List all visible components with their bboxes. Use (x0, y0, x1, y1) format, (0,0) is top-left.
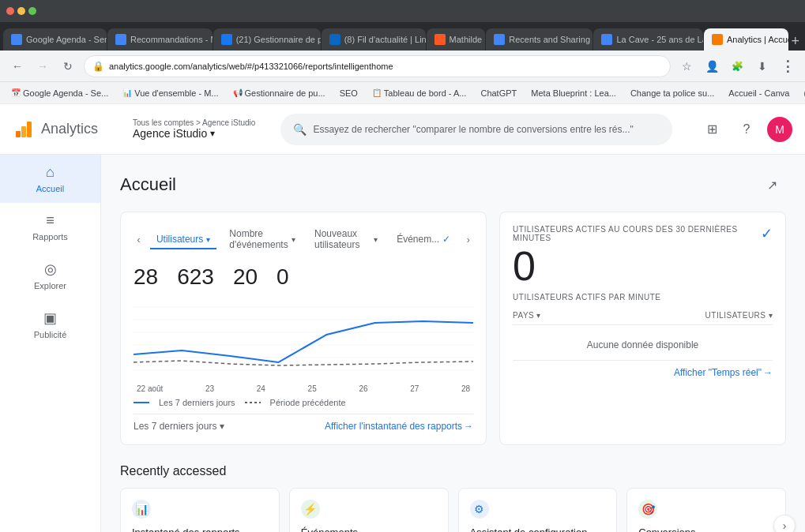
tab-favicon-2 (221, 34, 232, 45)
help-button[interactable]: ? (732, 115, 761, 144)
date-picker-label: Les 7 derniers jours (134, 421, 216, 432)
realtime-count: 0 (513, 245, 761, 287)
svg-rect-1 (21, 126, 26, 137)
extensions-button[interactable]: 🧩 (728, 57, 747, 76)
bookmark-5[interactable]: ChatGPT (476, 87, 521, 99)
recently-card-1[interactable]: ⚡ Événements Il y a 5 jours (289, 488, 449, 532)
recently-accessed-title: Recently accessed (120, 464, 786, 478)
realtime-sub-label: UTILISATEURS ACTIFS PAR MINUTE (513, 293, 773, 302)
sidebar-item-accueil[interactable]: ⌂ Accueil (0, 155, 100, 203)
account-name-button[interactable]: Agence iStudio ▾ (133, 127, 255, 140)
new-tab-button[interactable]: + (789, 32, 803, 51)
metrics-prev-button[interactable]: ‹ (134, 232, 144, 248)
bookmark-2[interactable]: 📢 Gestionnaire de pu... (228, 87, 330, 99)
url-bar[interactable]: 🔒 analytics.google.com/analytics/web/#/p… (84, 55, 671, 77)
bookmark-7[interactable]: Change ta police su... (626, 87, 719, 99)
browser-chrome (0, 0, 805, 22)
bookmark-1[interactable]: 📊 Vue d'ensemble - M... (118, 87, 223, 99)
tab-1[interactable]: Recommandations - Ma... × (107, 28, 213, 51)
reload-button[interactable]: ↻ (58, 57, 77, 76)
page-header: Accueil ↗ (120, 170, 786, 199)
sidebar-item-accueil-label: Accueil (36, 184, 64, 193)
analytics-logo (13, 118, 35, 140)
app-container: ⌂ Accueil ≡ Rapports ◎ Explorer ▣ Public… (0, 155, 805, 532)
view-realtime-label: Afficher "Temps réel" (674, 367, 762, 378)
tab-favicon-3 (329, 34, 340, 45)
close-window-btn[interactable] (6, 7, 14, 15)
metric-value-0: 28 (134, 264, 158, 290)
tab-5[interactable]: Recents and Sharing – F... × (486, 28, 592, 51)
apps-button[interactable]: ⊞ (698, 115, 726, 144)
x-label-6: 28 (461, 384, 470, 393)
realtime-label: UTILISATEURS ACTIFS AU COURS DES 30 DERN… (513, 225, 761, 242)
customize-button[interactable]: ↗ (758, 170, 786, 199)
bookmark-button[interactable]: ☆ (677, 57, 696, 76)
date-picker-button[interactable]: Les 7 derniers jours ▾ (134, 421, 224, 432)
realtime-users-header: UTILISATEURS ▾ (705, 311, 773, 320)
metric-tab-evenem-label: Événem... (397, 234, 439, 245)
bookmark-9[interactable]: (8) Fil d'actualité | L... (799, 87, 805, 99)
date-picker-chevron: ▾ (220, 421, 224, 432)
recently-card-3[interactable]: 🎯 Conversions Il y a 6 jours (626, 488, 786, 532)
view-realtime-link[interactable]: Afficher "Temps réel" → (674, 367, 773, 378)
metric-tab-evenements[interactable]: Nombre d'événements ▾ (223, 225, 302, 255)
tab-favicon-1 (115, 34, 126, 45)
country-sort-icon: ▾ (536, 311, 541, 320)
sidebar-item-publicite[interactable]: ▣ Publicité (0, 300, 100, 349)
sidebar-item-rapports[interactable]: ≡ Rapports (0, 203, 100, 251)
bookmark-0[interactable]: 📅 Google Agenda - Se... (6, 87, 113, 99)
metrics-values: 28 623 20 0 (134, 264, 473, 290)
realtime-check-icon: ✓ (761, 225, 773, 242)
search-placeholder: Essayez de rechercher "comparer le nombr… (313, 124, 633, 135)
sidebar-item-explorer[interactable]: ◎ Explorer (0, 251, 100, 300)
more-options-button[interactable]: ⋮ (778, 57, 797, 76)
bookmark-3[interactable]: SEO (335, 87, 363, 99)
recently-accessed-grid: 📊 Instantané des rapports Il y a 5 jours… (120, 488, 786, 532)
minimize-window-btn[interactable] (17, 7, 25, 15)
main-content: Accueil ↗ ‹ Utilisateurs ▾ Nombre d'évén… (101, 155, 805, 532)
maximize-window-btn[interactable] (28, 7, 36, 15)
recently-next-button[interactable]: › (773, 515, 796, 533)
metrics-next-button[interactable]: › (463, 232, 473, 248)
search-bar[interactable]: 🔍 Essayez de rechercher "comparer le nom… (280, 114, 672, 145)
tab-label-6: La Cave - 25 ans de La C... (616, 35, 703, 44)
metrics-card-footer: Les 7 derniers jours ▾ Afficher l'instan… (134, 414, 473, 432)
metric-tab-chevron-0: ▾ (206, 235, 210, 244)
profile-icon[interactable]: 👤 (702, 57, 721, 76)
metric-value-3: 0 (276, 264, 289, 290)
downloads-button[interactable]: ⬇ (753, 57, 772, 76)
metric-tab-evenem[interactable]: Événem... ✓ (390, 230, 457, 249)
view-report-link[interactable]: Afficher l'instantané des rapports → (325, 421, 473, 432)
tab-3[interactable]: (8) Fil d'actualité | Linke... × (322, 28, 426, 51)
forward-button[interactable]: → (33, 57, 52, 76)
bookmark-4[interactable]: 📋 Tableau de bord - A... (367, 87, 472, 99)
tab-favicon-5 (494, 34, 505, 45)
sidebar-item-explorer-label: Explorer (34, 281, 66, 290)
bookmark-6[interactable]: Meta Blueprint : Lea... (526, 87, 621, 99)
account-breadcrumb: Tous les comptes > Agence iStudio (133, 118, 255, 127)
tab-0[interactable]: Google Agenda - Sema... × (3, 28, 107, 51)
tab-6[interactable]: La Cave - 25 ans de La C... × (593, 28, 703, 51)
top-bar-actions: ⊞ ? M (698, 115, 792, 144)
metric-value-2: 20 (233, 264, 258, 290)
recently-card-2[interactable]: ⚙ Assistant de configuration Il y a 6 jo… (458, 488, 618, 532)
recently-card-0[interactable]: 📊 Instantané des rapports Il y a 5 jours (120, 488, 280, 532)
bookmark-label-3: SEO (340, 88, 358, 98)
metric-value-1: 623 (177, 264, 214, 290)
x-label-0: 22 août (137, 384, 163, 393)
metric-tab-utilisateurs[interactable]: Utilisateurs ▾ (150, 230, 216, 249)
metric-tab-nouveaux[interactable]: Nouveaux utilisateurs ▾ (308, 225, 384, 255)
page-title: Accueil (120, 174, 176, 195)
avatar[interactable]: M (767, 117, 792, 142)
x-label-5: 27 (410, 384, 419, 393)
tab-4[interactable]: Mathilde × (427, 28, 486, 51)
tab-2[interactable]: (21) Gestionnaire de pub... × (213, 28, 321, 51)
logo-area: Analytics (13, 118, 107, 140)
chevron-down-icon: ▾ (210, 128, 215, 139)
country-col-label: PAYS (513, 311, 534, 320)
back-button[interactable]: ← (8, 57, 27, 76)
sidebar: ⌂ Accueil ≡ Rapports ◎ Explorer ▣ Public… (0, 155, 101, 532)
legend-current-label: Les 7 derniers jours (159, 398, 235, 407)
bookmark-8[interactable]: Accueil - Canva (724, 87, 794, 99)
tab-7[interactable]: Analytics | Accueil × (704, 28, 788, 51)
